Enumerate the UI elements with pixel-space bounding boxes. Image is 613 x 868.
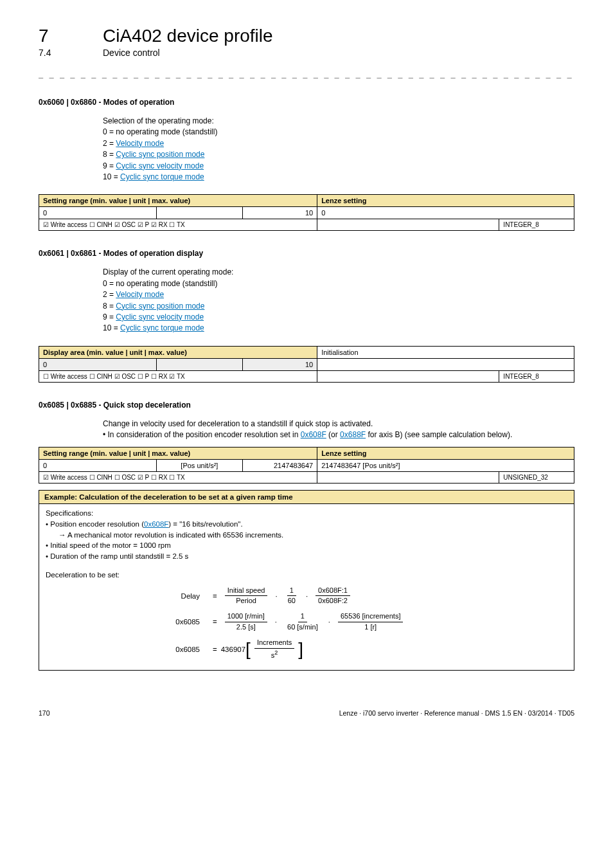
param1-setting: 0 bbox=[317, 207, 574, 219]
param1-mode-9-prefix: 9 = bbox=[103, 161, 116, 170]
link-cyclic-sync-position-mode[interactable]: Cyclic sync position mode bbox=[116, 150, 204, 159]
param3-bullet-mid: (or bbox=[326, 430, 340, 439]
link-cyclic-sync-velocity-mode-2[interactable]: Cyclic sync velocity mode bbox=[116, 312, 204, 321]
r1-f2-den: 60 bbox=[285, 596, 298, 606]
right-bracket-icon: ] bbox=[298, 640, 303, 658]
calc-row-1: Delay = Initial speedPeriod · 160 · 0x60… bbox=[155, 586, 567, 607]
param3-setting-header: Lenze setting bbox=[317, 448, 574, 460]
calc-row3-label: 0x6085 bbox=[155, 644, 200, 655]
param2-range-header: Display area (min. value | unit | max. v… bbox=[39, 346, 317, 358]
r3-bracket-exp: 2 bbox=[274, 649, 278, 656]
param1-unit bbox=[157, 207, 242, 219]
page-footer: 170 Lenze · i700 servo inverter · Refere… bbox=[39, 709, 574, 717]
example-spec-label: Specifications: bbox=[46, 508, 567, 519]
link-cyclic-sync-velocity-mode[interactable]: Cyclic sync velocity mode bbox=[116, 161, 204, 170]
example-decel-label: Deceleration to be set: bbox=[46, 570, 567, 581]
param2-mode-0: 0 = no operating mode (standstill) bbox=[103, 278, 574, 289]
calc-row-2: 0x6085 = 1000 [r/min]2.5 [s] · 160 [s/mi… bbox=[155, 611, 567, 633]
example-b3: • Duration of the ramp until standstill … bbox=[46, 551, 567, 562]
param2-unit bbox=[157, 358, 242, 370]
calc-row3-value: 436907 bbox=[221, 644, 245, 655]
param3-min: 0 bbox=[39, 460, 157, 472]
param2-access: ☐ Write access ☐ CINH ☑ OSC ☐ P ☐ RX ☑ T… bbox=[39, 370, 317, 382]
param1-table: Setting range (min. value | unit | max. … bbox=[39, 194, 574, 231]
r2-f2-num: 1 bbox=[298, 611, 307, 622]
dot-icon: · bbox=[328, 617, 330, 628]
param1-max: 10 bbox=[242, 207, 317, 219]
param3-unit: [Pos unit/s²] bbox=[157, 460, 242, 472]
link-velocity-mode-2[interactable]: Velocity mode bbox=[116, 290, 164, 299]
param1-range-header: Setting range (min. value | unit | max. … bbox=[39, 195, 317, 207]
r1-f2-num: 1 bbox=[287, 586, 296, 597]
dot-icon: · bbox=[275, 591, 277, 602]
param2-dtype: INTEGER_8 bbox=[499, 370, 574, 382]
param1-desc-line: Selection of the operating mode: bbox=[103, 116, 574, 127]
param2-max: 10 bbox=[242, 358, 317, 370]
r1-f3-den: 0x608F:2 bbox=[315, 596, 350, 606]
param3-description: Change in velocity used for deceleration… bbox=[103, 419, 574, 441]
param2-desc-line: Display of the current operating mode: bbox=[103, 267, 574, 278]
left-bracket-icon: [ bbox=[245, 640, 251, 658]
r2-f2-den: 60 [s/min] bbox=[285, 622, 321, 633]
param2-empty bbox=[317, 370, 499, 382]
param3-table: Setting range (min. value | unit | max. … bbox=[39, 447, 574, 484]
calc-row-3: 0x6085 = 436907 [ Increments s2 ] bbox=[155, 638, 567, 661]
page-number: 170 bbox=[39, 709, 50, 717]
param2-heading: 0x6061 | 0x6861 - Modes of operation dis… bbox=[39, 249, 574, 258]
section-number: 7.4 bbox=[39, 48, 103, 58]
link-cyclic-sync-torque-mode-2[interactable]: Cyclic sync torque mode bbox=[120, 323, 204, 332]
param2-setting bbox=[317, 358, 574, 370]
param3-setting: 2147483647 [Pos unit/s²] bbox=[317, 460, 574, 472]
param1-dtype: INTEGER_8 bbox=[499, 219, 574, 231]
page-header: 7 CiA402 device profile 7.4 Device contr… bbox=[39, 26, 574, 58]
param3-access: ☑ Write access ☐ CINH ☐ OSC ☑ P ☐ RX ☐ T… bbox=[39, 472, 317, 484]
dot-icon: · bbox=[275, 617, 277, 628]
link-cyclic-sync-torque-mode[interactable]: Cyclic sync torque mode bbox=[120, 172, 204, 181]
r1-f1-num: Initial speed bbox=[225, 586, 268, 597]
param1-mode-2-prefix: 2 = bbox=[103, 139, 116, 148]
r2-f1-den: 2.5 [s] bbox=[234, 622, 258, 633]
param3-empty bbox=[317, 472, 499, 484]
param1-setting-header: Lenze setting bbox=[317, 195, 574, 207]
equals-icon: = bbox=[213, 617, 217, 628]
example-b2: • Initial speed of the motor = 1000 rpm bbox=[46, 540, 567, 551]
section-title: Device control bbox=[103, 48, 160, 58]
chapter-number: 7 bbox=[39, 26, 103, 46]
r1-f3-num: 0x608F:1 bbox=[315, 586, 350, 597]
equals-icon: = bbox=[213, 644, 217, 655]
param2-setting-header: Initialisation bbox=[317, 346, 574, 358]
footer-text: Lenze · i700 servo inverter · Reference … bbox=[339, 709, 574, 717]
param3-range-header: Setting range (min. value | unit | max. … bbox=[39, 448, 317, 460]
param1-empty bbox=[317, 219, 499, 231]
calc-row2-label: 0x6085 bbox=[155, 617, 200, 628]
param2-mode-2-prefix: 2 = bbox=[103, 290, 116, 299]
link-cyclic-sync-position-mode-2[interactable]: Cyclic sync position mode bbox=[116, 302, 204, 311]
r1-f1-den: Period bbox=[233, 596, 259, 606]
param3-bullet-pre: • In consideration of the position encod… bbox=[103, 430, 301, 439]
divider-dashes: _ _ _ _ _ _ _ _ _ _ _ _ _ _ _ _ _ _ _ _ … bbox=[39, 69, 574, 78]
link-velocity-mode[interactable]: Velocity mode bbox=[116, 139, 164, 148]
param1-description: Selection of the operating mode: 0 = no … bbox=[103, 116, 574, 183]
example-title: Example: Calculation of the deceleration… bbox=[39, 491, 574, 504]
equals-icon: = bbox=[213, 591, 217, 602]
link-0x688F[interactable]: 0x688F bbox=[340, 430, 366, 439]
param3-max: 2147483647 bbox=[242, 460, 317, 472]
param1-mode-8-prefix: 8 = bbox=[103, 150, 116, 159]
param2-mode-8-prefix: 8 = bbox=[103, 302, 116, 311]
param3-heading: 0x6085 | 0x6885 - Quick stop deceleratio… bbox=[39, 401, 574, 410]
r2-f3-num: 65536 [increments] bbox=[338, 611, 404, 622]
param2-table: Display area (min. value | unit | max. v… bbox=[39, 346, 574, 383]
param1-mode-10-prefix: 10 = bbox=[103, 172, 120, 181]
r2-f1-num: 1000 [r/min] bbox=[225, 611, 267, 622]
chapter-title: CiA402 device profile bbox=[103, 26, 273, 46]
param1-mode-0: 0 = no operating mode (standstill) bbox=[103, 127, 574, 138]
param2-description: Display of the current operating mode: 0… bbox=[103, 267, 574, 334]
param2-mode-10-prefix: 10 = bbox=[103, 323, 120, 332]
param2-mode-9-prefix: 9 = bbox=[103, 312, 116, 321]
example-b1-suffix: ) = "16 bits/revolution". bbox=[168, 520, 242, 528]
link-0x608F[interactable]: 0x608F bbox=[301, 430, 326, 439]
param1-heading: 0x6060 | 0x6860 - Modes of operation bbox=[39, 98, 574, 107]
r3-bracket-num: Increments bbox=[254, 638, 294, 649]
param1-min: 0 bbox=[39, 207, 157, 219]
link-example-0x608F[interactable]: 0x608F bbox=[144, 520, 168, 528]
